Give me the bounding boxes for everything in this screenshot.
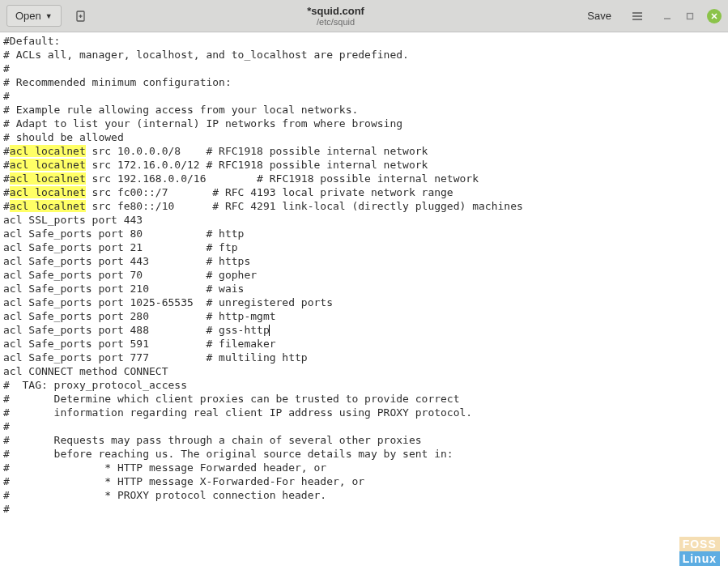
watermark-line1: FOSS — [679, 537, 720, 551]
title-block: *squid.conf /etc/squid — [94, 5, 578, 27]
open-button[interactable]: Open ▼ — [6, 5, 62, 27]
editor-line: # TAG: proxy_protocol_access — [3, 378, 725, 392]
hamburger-icon — [631, 10, 644, 23]
window-title: *squid.conf — [94, 5, 578, 17]
watermark: FOSS Linux — [679, 537, 720, 566]
editor-line: # * HTTP message X-Forwarded-For header,… — [3, 474, 725, 488]
editor-line: acl Safe_ports port 591 # filemaker — [3, 337, 725, 351]
maximize-icon — [685, 11, 695, 21]
editor-line: acl Safe_ports port 280 # http-mgmt — [3, 309, 725, 323]
editor-area[interactable]: #Default:# ACLs all, manager, localhost,… — [0, 32, 728, 574]
minimize-icon — [662, 11, 672, 21]
editor-line: acl SSL_ports port 443 — [3, 213, 725, 227]
window-subtitle: /etc/squid — [94, 17, 578, 27]
save-button-label: Save — [587, 10, 611, 22]
chevron-down-icon: ▼ — [45, 12, 53, 20]
open-button-label: Open — [15, 10, 41, 22]
close-button[interactable] — [707, 9, 722, 23]
minimize-button[interactable] — [662, 11, 673, 22]
editor-line: acl Safe_ports port 1025-65535 # unregis… — [3, 296, 725, 309]
editor-line: #Default: — [3, 34, 725, 48]
editor-line: acl Safe_ports port 70 # gopher — [3, 268, 725, 282]
editor-line: acl Safe_ports port 488 # gss-http — [3, 323, 725, 337]
editor-line: # Recommended minimum configuration: — [3, 75, 725, 89]
window-controls — [662, 9, 722, 23]
editor-line: acl Safe_ports port 80 # http — [3, 227, 725, 240]
editor-line: # — [3, 89, 725, 103]
text-cursor — [269, 325, 270, 336]
editor-line: # ACLs all, manager, localhost, and to_l… — [3, 48, 725, 62]
editor-line: # should be allowed — [3, 130, 725, 144]
editor-line: #acl localnet src fe80::/10 # RFC 4291 l… — [3, 199, 725, 213]
new-document-button[interactable] — [68, 6, 94, 27]
svg-rect-7 — [688, 13, 693, 19]
editor-line: # — [3, 62, 725, 75]
editor-line: # before reaching us. The original sourc… — [3, 447, 725, 461]
editor-line: # Requests may pass through a chain of s… — [3, 433, 725, 447]
editor-line: acl Safe_ports port 777 # multiling http — [3, 351, 725, 364]
save-button[interactable]: Save — [577, 6, 621, 26]
editor-line: # * PROXY protocol connection header. — [3, 488, 725, 502]
editor-line: acl CONNECT method CONNECT — [3, 364, 725, 378]
editor-line: # Determine which client proxies can be … — [3, 392, 725, 406]
editor-line: # * HTTP message Forwarded header, or — [3, 461, 725, 474]
editor-line: # — [3, 502, 725, 516]
editor-line: acl Safe_ports port 21 # ftp — [3, 240, 725, 254]
close-icon — [710, 12, 718, 20]
editor-line: acl Safe_ports port 210 # wais — [3, 282, 725, 296]
new-document-icon — [75, 10, 87, 23]
editor-line: #acl localnet src fc00::/7 # RFC 4193 lo… — [3, 185, 725, 199]
editor-line: #acl localnet src 192.168.0.0/16 # RFC19… — [3, 172, 725, 185]
header-bar: Open ▼ *squid.conf /etc/squid Save — [0, 0, 728, 32]
editor-line: # Adapt to list your (internal) IP netwo… — [3, 117, 725, 130]
maximize-button[interactable] — [684, 11, 696, 22]
editor-line: #acl localnet src 10.0.0.0/8 # RFC1918 p… — [3, 144, 725, 158]
editor-line: acl Safe_ports port 443 # https — [3, 254, 725, 268]
editor-line: # — [3, 419, 725, 433]
watermark-line2: Linux — [679, 551, 720, 566]
editor-line: # Example rule allowing access from your… — [3, 103, 725, 117]
editor-line: # information regarding real client IP a… — [3, 406, 725, 419]
editor-line: #acl localnet src 172.16.0.0/12 # RFC191… — [3, 158, 725, 172]
hamburger-menu-button[interactable] — [624, 6, 650, 27]
